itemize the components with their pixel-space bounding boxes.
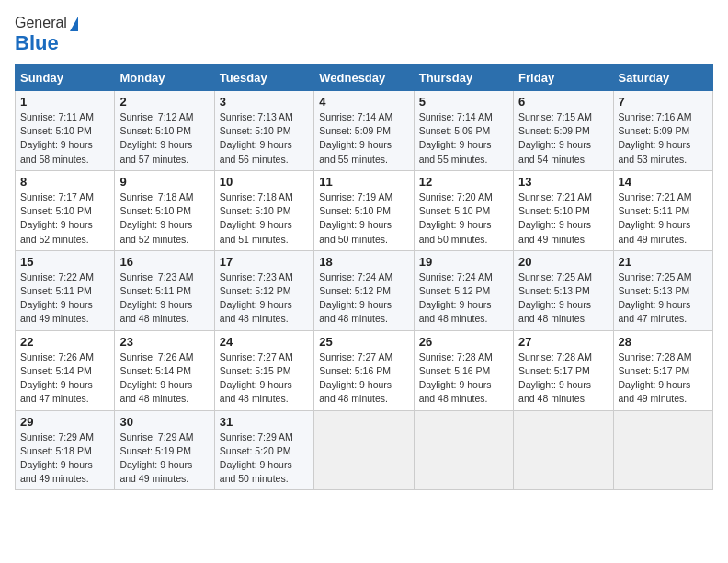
day-info: Sunrise: 7:24 AMSunset: 5:12 PMDaylight:… bbox=[319, 270, 408, 327]
day-info: Sunrise: 7:23 AMSunset: 5:11 PMDaylight:… bbox=[119, 270, 209, 327]
day-info: Sunrise: 7:21 AMSunset: 5:10 PMDaylight:… bbox=[518, 190, 608, 247]
day-info: Sunrise: 7:28 AMSunset: 5:16 PMDaylight:… bbox=[419, 350, 508, 407]
calendar-cell: 10Sunrise: 7:18 AMSunset: 5:10 PMDayligh… bbox=[214, 170, 313, 250]
calendar-dow-sunday: Sunday bbox=[16, 65, 115, 91]
day-info: Sunrise: 7:13 AMSunset: 5:10 PMDaylight:… bbox=[220, 110, 309, 167]
day-number: 15 bbox=[20, 255, 109, 269]
calendar-dow-saturday: Saturday bbox=[613, 65, 712, 91]
day-info: Sunrise: 7:23 AMSunset: 5:12 PMDaylight:… bbox=[220, 270, 309, 327]
calendar-cell bbox=[414, 410, 513, 490]
calendar-dow-thursday: Thursday bbox=[414, 65, 513, 91]
calendar-cell: 26Sunrise: 7:28 AMSunset: 5:16 PMDayligh… bbox=[414, 330, 513, 410]
day-info: Sunrise: 7:25 AMSunset: 5:13 PMDaylight:… bbox=[518, 270, 608, 327]
day-number: 21 bbox=[619, 255, 708, 269]
day-number: 2 bbox=[119, 95, 209, 109]
day-number: 4 bbox=[319, 95, 408, 109]
day-number: 16 bbox=[119, 255, 209, 269]
day-info: Sunrise: 7:28 AMSunset: 5:17 PMDaylight:… bbox=[518, 350, 608, 407]
calendar-cell: 15Sunrise: 7:22 AMSunset: 5:11 PMDayligh… bbox=[16, 250, 115, 330]
calendar-cell: 19Sunrise: 7:24 AMSunset: 5:12 PMDayligh… bbox=[414, 250, 513, 330]
day-number: 17 bbox=[220, 255, 309, 269]
day-number: 27 bbox=[518, 335, 608, 349]
day-info: Sunrise: 7:17 AMSunset: 5:10 PMDaylight:… bbox=[20, 190, 109, 247]
calendar-cell: 24Sunrise: 7:27 AMSunset: 5:15 PMDayligh… bbox=[214, 330, 313, 410]
day-info: Sunrise: 7:22 AMSunset: 5:11 PMDaylight:… bbox=[20, 270, 109, 327]
calendar-cell: 11Sunrise: 7:19 AMSunset: 5:10 PMDayligh… bbox=[314, 170, 414, 250]
day-number: 18 bbox=[319, 255, 408, 269]
day-number: 9 bbox=[119, 175, 209, 189]
calendar-cell: 16Sunrise: 7:23 AMSunset: 5:11 PMDayligh… bbox=[115, 250, 214, 330]
calendar-week-row: 15Sunrise: 7:22 AMSunset: 5:11 PMDayligh… bbox=[16, 250, 713, 330]
calendar-week-row: 22Sunrise: 7:26 AMSunset: 5:14 PMDayligh… bbox=[16, 330, 713, 410]
logo-general-text: General bbox=[15, 15, 67, 31]
calendar-cell bbox=[314, 410, 414, 490]
calendar-cell: 6Sunrise: 7:15 AMSunset: 5:09 PMDaylight… bbox=[514, 91, 613, 171]
day-info: Sunrise: 7:18 AMSunset: 5:10 PMDaylight:… bbox=[220, 190, 309, 247]
calendar-cell: 25Sunrise: 7:27 AMSunset: 5:16 PMDayligh… bbox=[314, 330, 414, 410]
logo-blue-text: Blue bbox=[15, 31, 59, 55]
day-info: Sunrise: 7:29 AMSunset: 5:18 PMDaylight:… bbox=[20, 431, 109, 487]
day-number: 24 bbox=[220, 335, 309, 349]
day-number: 6 bbox=[518, 95, 608, 109]
day-info: Sunrise: 7:27 AMSunset: 5:16 PMDaylight:… bbox=[319, 350, 408, 407]
calendar-cell: 4Sunrise: 7:14 AMSunset: 5:09 PMDaylight… bbox=[314, 91, 414, 171]
day-info: Sunrise: 7:26 AMSunset: 5:14 PMDaylight:… bbox=[20, 350, 109, 407]
calendar-cell: 31Sunrise: 7:29 AMSunset: 5:20 PMDayligh… bbox=[214, 410, 313, 490]
day-number: 26 bbox=[419, 335, 508, 349]
logo: General Blue bbox=[15, 15, 78, 55]
calendar-cell: 5Sunrise: 7:14 AMSunset: 5:09 PMDaylight… bbox=[414, 91, 513, 171]
day-info: Sunrise: 7:29 AMSunset: 5:20 PMDaylight:… bbox=[220, 431, 309, 487]
day-number: 30 bbox=[119, 415, 209, 429]
calendar-cell: 27Sunrise: 7:28 AMSunset: 5:17 PMDayligh… bbox=[514, 330, 613, 410]
logo-triangle-icon bbox=[70, 17, 78, 31]
day-info: Sunrise: 7:14 AMSunset: 5:09 PMDaylight:… bbox=[419, 110, 508, 167]
calendar-cell bbox=[514, 410, 613, 490]
calendar-week-row: 29Sunrise: 7:29 AMSunset: 5:18 PMDayligh… bbox=[16, 410, 713, 490]
calendar-cell: 20Sunrise: 7:25 AMSunset: 5:13 PMDayligh… bbox=[514, 250, 613, 330]
day-info: Sunrise: 7:11 AMSunset: 5:10 PMDaylight:… bbox=[20, 110, 109, 167]
calendar-cell: 9Sunrise: 7:18 AMSunset: 5:10 PMDaylight… bbox=[115, 170, 214, 250]
day-info: Sunrise: 7:19 AMSunset: 5:10 PMDaylight:… bbox=[319, 190, 408, 247]
day-number: 7 bbox=[619, 95, 708, 109]
calendar-cell: 14Sunrise: 7:21 AMSunset: 5:11 PMDayligh… bbox=[613, 170, 712, 250]
calendar-cell: 29Sunrise: 7:29 AMSunset: 5:18 PMDayligh… bbox=[16, 410, 115, 490]
calendar-dow-monday: Monday bbox=[115, 65, 214, 91]
calendar-dow-friday: Friday bbox=[514, 65, 613, 91]
day-info: Sunrise: 7:29 AMSunset: 5:19 PMDaylight:… bbox=[119, 431, 209, 487]
day-number: 20 bbox=[518, 255, 608, 269]
calendar-table: SundayMondayTuesdayWednesdayThursdayFrid… bbox=[15, 64, 713, 490]
calendar-header-row: SundayMondayTuesdayWednesdayThursdayFrid… bbox=[16, 65, 713, 91]
day-info: Sunrise: 7:27 AMSunset: 5:15 PMDaylight:… bbox=[220, 350, 309, 407]
calendar-cell: 22Sunrise: 7:26 AMSunset: 5:14 PMDayligh… bbox=[16, 330, 115, 410]
day-info: Sunrise: 7:26 AMSunset: 5:14 PMDaylight:… bbox=[119, 350, 209, 407]
calendar-cell: 18Sunrise: 7:24 AMSunset: 5:12 PMDayligh… bbox=[314, 250, 414, 330]
calendar-cell: 23Sunrise: 7:26 AMSunset: 5:14 PMDayligh… bbox=[115, 330, 214, 410]
day-number: 5 bbox=[419, 95, 508, 109]
day-info: Sunrise: 7:15 AMSunset: 5:09 PMDaylight:… bbox=[518, 110, 608, 167]
calendar-cell: 28Sunrise: 7:28 AMSunset: 5:17 PMDayligh… bbox=[613, 330, 712, 410]
day-number: 3 bbox=[220, 95, 309, 109]
calendar-cell: 8Sunrise: 7:17 AMSunset: 5:10 PMDaylight… bbox=[16, 170, 115, 250]
day-number: 31 bbox=[220, 415, 309, 429]
day-number: 14 bbox=[619, 175, 708, 189]
day-info: Sunrise: 7:28 AMSunset: 5:17 PMDaylight:… bbox=[619, 350, 708, 407]
day-number: 12 bbox=[419, 175, 508, 189]
day-info: Sunrise: 7:18 AMSunset: 5:10 PMDaylight:… bbox=[119, 190, 209, 247]
day-number: 22 bbox=[20, 335, 109, 349]
day-number: 28 bbox=[619, 335, 708, 349]
day-number: 1 bbox=[20, 95, 109, 109]
calendar-cell: 21Sunrise: 7:25 AMSunset: 5:13 PMDayligh… bbox=[613, 250, 712, 330]
calendar-cell: 3Sunrise: 7:13 AMSunset: 5:10 PMDaylight… bbox=[214, 91, 313, 171]
day-info: Sunrise: 7:24 AMSunset: 5:12 PMDaylight:… bbox=[419, 270, 508, 327]
day-info: Sunrise: 7:21 AMSunset: 5:11 PMDaylight:… bbox=[619, 190, 708, 247]
day-number: 29 bbox=[20, 415, 109, 429]
day-number: 11 bbox=[319, 175, 408, 189]
page-header: General Blue bbox=[15, 15, 713, 55]
day-info: Sunrise: 7:12 AMSunset: 5:10 PMDaylight:… bbox=[119, 110, 209, 167]
day-info: Sunrise: 7:20 AMSunset: 5:10 PMDaylight:… bbox=[419, 190, 508, 247]
day-number: 10 bbox=[220, 175, 309, 189]
calendar-week-row: 8Sunrise: 7:17 AMSunset: 5:10 PMDaylight… bbox=[16, 170, 713, 250]
calendar-cell: 2Sunrise: 7:12 AMSunset: 5:10 PMDaylight… bbox=[115, 91, 214, 171]
calendar-cell: 1Sunrise: 7:11 AMSunset: 5:10 PMDaylight… bbox=[16, 91, 115, 171]
calendar-cell: 17Sunrise: 7:23 AMSunset: 5:12 PMDayligh… bbox=[214, 250, 313, 330]
